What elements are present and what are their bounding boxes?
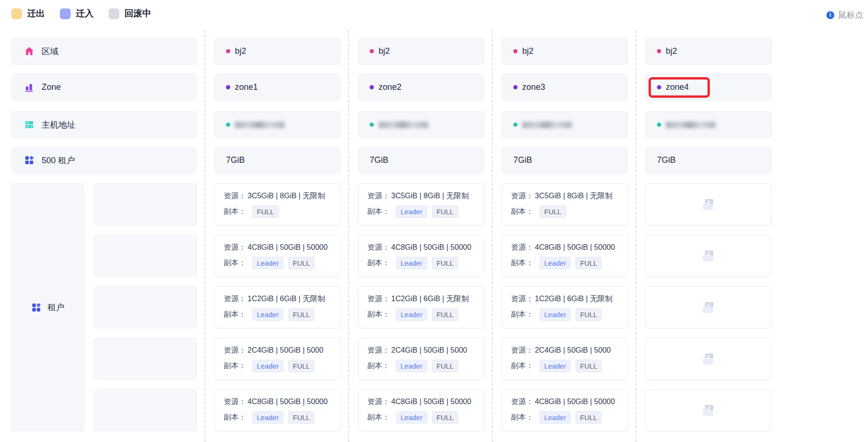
- region-label: bj2: [666, 46, 677, 56]
- resource-value: 3C5GiB | 8GiB | 无限制: [535, 191, 613, 201]
- tenant-card[interactable]: [94, 389, 197, 431]
- legend-item-migrate-in: 迁入: [60, 7, 94, 20]
- host-card[interactable]: [645, 111, 772, 138]
- legend: 迁出 迁入 回滚中: [11, 7, 151, 20]
- zone-dot: [657, 85, 661, 89]
- memory-label: 7GiB: [226, 155, 245, 165]
- info-icon[interactable]: i: [826, 11, 834, 19]
- unit-card[interactable]: 资源：1C2GiB | 6GiB | 无限制副本：LeaderFULL: [502, 286, 628, 328]
- memory-label: 7GiB: [657, 155, 676, 165]
- tenant-card[interactable]: [94, 338, 197, 380]
- empty-unit-card[interactable]: [645, 286, 772, 328]
- resource-row: 资源：1C2GiB | 6GiB | 无限制: [224, 293, 336, 304]
- replica-badge-leader: Leader: [540, 257, 571, 269]
- tenant-group-label: 租户: [48, 302, 65, 313]
- unit-card[interactable]: 资源：4C8GiB | 50GiB | 50000副本：LeaderFULL: [502, 389, 628, 431]
- empty-unit-card[interactable]: [645, 389, 772, 431]
- resource-label: 资源：: [224, 397, 246, 407]
- replica-label: 副本：: [224, 258, 246, 268]
- replica-badge-leader: Leader: [540, 308, 571, 321]
- replica-label: 副本：: [224, 207, 246, 217]
- region-card[interactable]: bj2: [645, 38, 772, 65]
- memory-card[interactable]: 7GiB: [214, 147, 341, 174]
- unit-card[interactable]: 资源：4C8GiB | 50GiB | 50000副本：LeaderFULL: [214, 389, 341, 431]
- masked-host-address: [379, 122, 428, 128]
- resource-row: 资源：4C8GiB | 50GiB | 50000: [511, 396, 624, 407]
- memory-card[interactable]: 7GiB: [358, 147, 484, 174]
- replica-badge-full: FULL: [576, 411, 602, 424]
- replica-row: 副本：LeaderFULL: [367, 257, 480, 269]
- region-dot: [226, 49, 230, 53]
- resource-label: 资源：: [224, 191, 246, 201]
- resource-label: 资源：: [511, 243, 533, 253]
- region-card[interactable]: bj2: [502, 38, 628, 65]
- empty-unit-card[interactable]: [645, 338, 772, 380]
- legend-swatch-migrate-in: [60, 8, 71, 19]
- tenant-card[interactable]: [94, 183, 197, 225]
- replica-row: 副本：LeaderFULL: [511, 308, 624, 321]
- column-separator: [635, 30, 636, 442]
- resource-row: 资源：1C2GiB | 6GiB | 无限制: [367, 293, 480, 304]
- column-separator: [204, 30, 205, 442]
- unit-card[interactable]: 资源：2C4GiB | 50GiB | 5000副本：LeaderFULL: [358, 338, 484, 380]
- unit-card[interactable]: 资源：3C5GiB | 8GiB | 无限制副本：LeaderFULL: [358, 183, 484, 225]
- empty-unit-card[interactable]: [645, 183, 772, 225]
- resource-row: 资源：3C5GiB | 8GiB | 无限制: [224, 190, 336, 202]
- apps-icon: [24, 155, 34, 165]
- resource-value: 4C8GiB | 50GiB | 50000: [391, 243, 471, 252]
- unit-card[interactable]: 资源：4C8GiB | 50GiB | 50000副本：LeaderFULL: [358, 389, 484, 431]
- replica-label: 副本：: [367, 310, 390, 319]
- sidebar-item-tenant-count: 500 租户: [11, 147, 197, 174]
- unit-card[interactable]: 资源：2C4GiB | 50GiB | 5000副本：LeaderFULL: [214, 338, 341, 380]
- unit-card[interactable]: 资源：2C4GiB | 50GiB | 5000副本：LeaderFULL: [502, 338, 628, 380]
- resource-label: 资源：: [367, 397, 390, 407]
- tenant-card[interactable]: [94, 286, 197, 328]
- resource-row: 资源：3C5GiB | 8GiB | 无限制: [367, 190, 480, 202]
- empty-folder-icon: [703, 405, 714, 416]
- zone-card[interactable]: zone4: [645, 74, 772, 101]
- unit-card[interactable]: 资源：1C2GiB | 6GiB | 无限制副本：LeaderFULL: [358, 286, 484, 328]
- unit-card[interactable]: 资源：3C5GiB | 8GiB | 无限制副本：FULL: [214, 183, 341, 225]
- unit-card[interactable]: 资源：4C8GiB | 50GiB | 50000副本：LeaderFULL: [502, 235, 628, 277]
- resource-label: 资源：: [224, 294, 246, 304]
- legend-label: 迁出: [27, 7, 45, 20]
- tenant-card[interactable]: [94, 235, 197, 277]
- legend-item-rolling-back: 回滚中: [109, 7, 151, 20]
- unit-card[interactable]: 资源：3C5GiB | 8GiB | 无限制副本：FULL: [502, 183, 628, 225]
- resource-value: 2C4GiB | 50GiB | 5000: [535, 346, 611, 355]
- zone-card[interactable]: zone3: [502, 74, 628, 101]
- masked-host-address: [666, 122, 715, 128]
- sidebar-item-host: 主机地址: [11, 111, 197, 138]
- region-card[interactable]: bj2: [214, 38, 341, 65]
- sidebar-item-label: 区域: [42, 46, 58, 57]
- masked-host-address: [235, 122, 284, 128]
- host-card[interactable]: [358, 111, 484, 138]
- resource-row: 资源：1C2GiB | 6GiB | 无限制: [511, 293, 624, 304]
- unit-card[interactable]: 资源：1C2GiB | 6GiB | 无限制副本：LeaderFULL: [214, 286, 341, 328]
- host-card[interactable]: [214, 111, 341, 138]
- region-card[interactable]: bj2: [358, 38, 484, 65]
- column-separator: [348, 30, 349, 442]
- legend-swatch-migrate-out: [11, 8, 22, 19]
- empty-unit-card[interactable]: [645, 235, 772, 277]
- zone-card[interactable]: zone1: [214, 74, 341, 101]
- sidebar-item-zone: Zone: [11, 74, 197, 101]
- host-card[interactable]: [502, 111, 628, 138]
- migration-board: 迁出 迁入 回滚中 i 鼠标点 区域 Zone: [0, 0, 868, 442]
- unit-card[interactable]: 资源：4C8GiB | 50GiB | 50000副本：LeaderFULL: [358, 235, 484, 277]
- replica-label: 副本：: [224, 310, 246, 319]
- zone-card[interactable]: zone2: [358, 74, 484, 101]
- memory-card[interactable]: 7GiB: [502, 147, 628, 174]
- replica-row: 副本：LeaderFULL: [511, 360, 624, 372]
- resource-label: 资源：: [367, 191, 390, 201]
- region-label: bj2: [235, 46, 246, 56]
- memory-card[interactable]: 7GiB: [645, 147, 772, 174]
- legend-item-migrate-out: 迁出: [11, 7, 45, 20]
- mouse-hint: i 鼠标点: [826, 9, 863, 21]
- resource-value: 4C8GiB | 50GiB | 50000: [248, 398, 328, 406]
- unit-card[interactable]: 资源：4C8GiB | 50GiB | 50000副本：LeaderFULL: [214, 235, 341, 277]
- empty-folder-icon: [703, 199, 714, 210]
- region-dot: [370, 49, 374, 53]
- replica-label: 副本：: [367, 413, 390, 422]
- replica-label: 副本：: [367, 258, 390, 268]
